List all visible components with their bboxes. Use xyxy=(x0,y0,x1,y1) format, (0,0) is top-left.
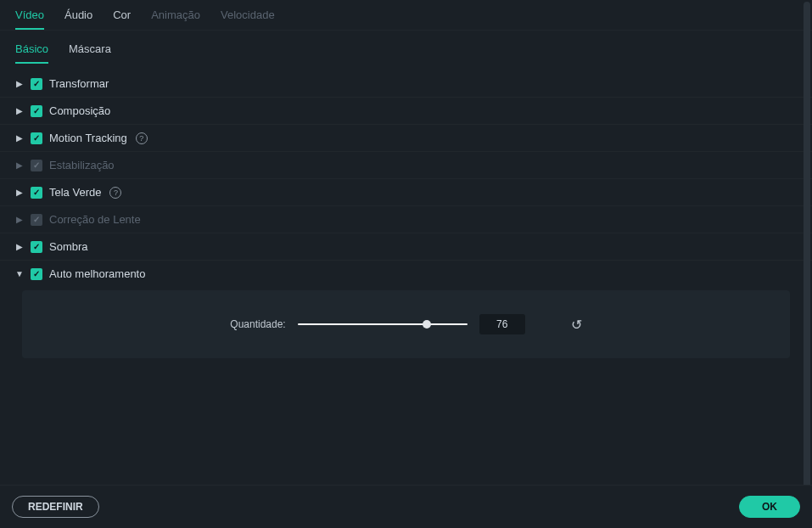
help-icon[interactable]: ? xyxy=(109,187,121,199)
checkbox-motion-tracking[interactable]: ✓ xyxy=(31,132,42,144)
section-label: Tela Verde xyxy=(49,186,101,199)
section-shadow[interactable]: ▶ ✓ Sombra xyxy=(0,233,812,261)
section-label: Auto melhoramento xyxy=(49,267,145,280)
tab-animation: Animação xyxy=(151,8,200,30)
help-icon[interactable]: ? xyxy=(136,132,148,144)
quantity-value[interactable]: 76 xyxy=(479,314,525,334)
section-green-screen[interactable]: ▶ ✓ Tela Verde ? xyxy=(0,179,812,206)
section-label: Transformar xyxy=(49,77,109,90)
section-composition[interactable]: ▶ ✓ Composição xyxy=(0,98,812,125)
main-tabs: Vídeo Áudio Cor Animação Velocidade xyxy=(0,0,812,31)
chevron-right-icon: ▶ xyxy=(15,106,24,115)
section-stabilization: ▶ ✓ Estabilização xyxy=(0,152,812,179)
tab-color[interactable]: Cor xyxy=(113,8,131,30)
chevron-right-icon: ▶ xyxy=(15,242,24,251)
checkbox-lens-correction: ✓ xyxy=(31,214,42,226)
tab-speed: Velocidade xyxy=(221,8,275,30)
chevron-right-icon: ▶ xyxy=(15,160,24,170)
chevron-right-icon: ▶ xyxy=(15,215,24,224)
chevron-down-icon: ▼ xyxy=(15,269,24,278)
section-label: Sombra xyxy=(49,240,88,253)
checkbox-shadow[interactable]: ✓ xyxy=(31,241,42,253)
checkbox-stabilization: ✓ xyxy=(31,160,42,171)
auto-enhance-panel: Quantidade: 76 ↺ xyxy=(22,290,790,358)
checkbox-composition[interactable]: ✓ xyxy=(31,105,42,117)
section-label: Composição xyxy=(49,104,110,117)
ok-button[interactable]: OK xyxy=(739,496,800,518)
slider-thumb[interactable] xyxy=(423,320,431,329)
footer: REDEFINIR OK xyxy=(0,485,812,528)
tab-video[interactable]: Vídeo xyxy=(15,8,44,30)
chevron-right-icon: ▶ xyxy=(15,79,24,88)
section-auto-enhance[interactable]: ▼ ✓ Auto melhoramento xyxy=(0,261,812,287)
reset-button[interactable]: REDEFINIR xyxy=(12,496,99,518)
section-transform[interactable]: ▶ ✓ Transformar xyxy=(0,70,812,98)
tab-audio[interactable]: Áudio xyxy=(64,8,92,30)
chevron-right-icon: ▶ xyxy=(15,188,24,197)
subtab-basic[interactable]: Básico xyxy=(15,42,48,64)
section-label: Motion Tracking xyxy=(49,132,127,144)
scrollbar[interactable] xyxy=(804,2,810,491)
section-label: Estabilização xyxy=(49,159,115,171)
quantity-label: Quantidade: xyxy=(230,318,285,330)
sub-tabs: Básico Máscara xyxy=(0,31,812,64)
chevron-right-icon: ▶ xyxy=(15,133,24,143)
sections-list: ▶ ✓ Transformar ▶ ✓ Composição ▶ ✓ Motio… xyxy=(0,64,812,358)
subtab-mask[interactable]: Máscara xyxy=(69,42,111,64)
quantity-slider[interactable] xyxy=(298,323,468,325)
section-lens-correction: ▶ ✓ Correção de Lente xyxy=(0,206,812,233)
checkbox-green-screen[interactable]: ✓ xyxy=(31,187,42,199)
reset-icon[interactable]: ↺ xyxy=(571,317,582,333)
section-motion-tracking[interactable]: ▶ ✓ Motion Tracking ? xyxy=(0,125,812,152)
checkbox-transform[interactable]: ✓ xyxy=(31,78,42,90)
section-label: Correção de Lente xyxy=(49,213,141,226)
checkbox-auto-enhance[interactable]: ✓ xyxy=(31,268,42,280)
